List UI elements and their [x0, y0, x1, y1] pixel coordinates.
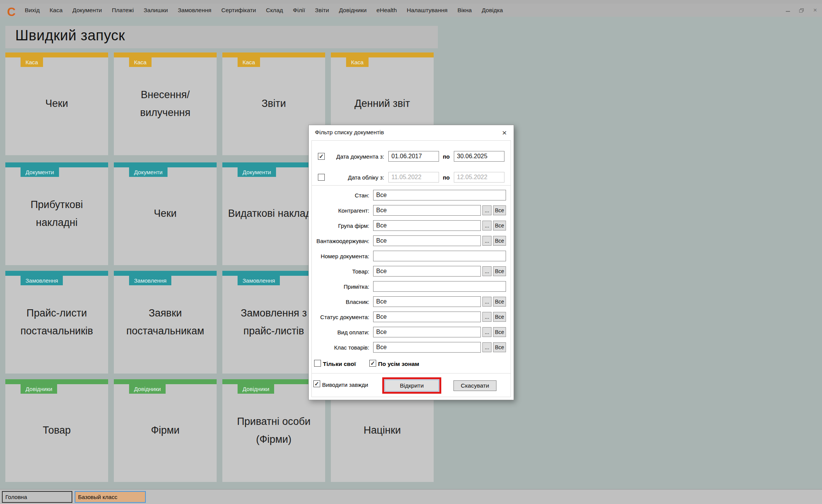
tile-title: Чеки: [114, 162, 217, 265]
section-divider: [311, 373, 511, 374]
tile-title: Заявки постачальникам: [114, 271, 217, 374]
lookup-all-button[interactable]: Все: [493, 312, 506, 322]
lookup-value-input[interactable]: Все: [373, 235, 481, 246]
check-mark-icon: ✓: [370, 360, 375, 366]
menu-item-15[interactable]: Довідка: [477, 7, 508, 14]
task-tab-bazovyi-klass[interactable]: Базовый класс: [75, 491, 146, 503]
date-row-label: Дата документа з:: [326, 153, 384, 160]
check-mark-icon: ✓: [319, 153, 324, 159]
filter-dialog: Фільтр списку документів × ✓Дата докумен…: [308, 125, 514, 400]
task-tab-holovna[interactable]: Головна: [2, 491, 72, 503]
lookup-value-input[interactable]: Все: [373, 205, 481, 216]
lookup-browse-button[interactable]: ...: [482, 266, 492, 276]
field-label: Власник:: [310, 299, 369, 305]
lookup-value-input[interactable]: Все: [373, 266, 481, 277]
quick-launch-panel: Швидкий запуск: [5, 26, 438, 48]
always-show-label: Виводити завжди: [322, 382, 368, 388]
window-titlebar: [0, 0, 822, 4]
menu-item-7[interactable]: Сертифікати: [216, 7, 261, 14]
menu-item-14[interactable]: Вікна: [452, 7, 477, 14]
option-checkbox-label: По усім зонам: [378, 361, 419, 367]
option-checkbox-label: Тільки свої: [323, 361, 356, 367]
menu-bar: C ВихідКасаДокументиПлатежіЗалишкиЗамовл…: [0, 4, 822, 17]
field-label: Товар:: [310, 268, 369, 275]
lookup-browse-button[interactable]: ...: [482, 205, 492, 215]
option-checkbox[interactable]: [314, 360, 321, 367]
menu-item-10[interactable]: Звіти: [310, 7, 334, 14]
field-label: Клас товарів:: [310, 344, 369, 351]
task-bar: Головна Базовый класс: [0, 489, 822, 504]
tile[interactable]: ДокументиПрибуткові накладні: [5, 162, 108, 265]
menu-bar-items: ВихідКасаДокументиПлатежіЗалишкиЗамовлен…: [20, 4, 508, 17]
field-label: Група фірм:: [310, 223, 369, 229]
date-to-combo: 12.05.2022: [454, 172, 504, 183]
app-logo-icon: C: [5, 6, 18, 18]
tile-title: Фірми: [114, 379, 217, 482]
lookup-all-button[interactable]: Все: [493, 221, 506, 231]
restore-icon[interactable]: [798, 7, 804, 13]
menu-item-4[interactable]: Платежі: [107, 7, 139, 14]
minimize-icon[interactable]: [785, 7, 791, 13]
option-checkbox[interactable]: ✓: [369, 360, 376, 367]
lookup-all-button[interactable]: Все: [493, 327, 506, 337]
menu-item-6[interactable]: Замовлення: [173, 7, 216, 14]
dialog-close-icon[interactable]: ×: [499, 127, 510, 138]
lookup-browse-button[interactable]: ...: [482, 221, 492, 231]
lookup-value-input[interactable]: Все: [373, 296, 481, 307]
menu-item-5[interactable]: Залишки: [139, 7, 173, 14]
lookup-value-input[interactable]: Все: [373, 327, 481, 337]
menu-item-13[interactable]: Налаштування: [402, 7, 452, 14]
lookup-all-button[interactable]: Все: [493, 236, 506, 246]
tile[interactable]: ЗамовленняЗаявки постачальникам: [114, 271, 217, 374]
field-label: Контрагент:: [310, 207, 369, 214]
lookup-value-input[interactable]: Все: [373, 312, 481, 322]
tile-title: Прайс-листи постачальників: [5, 271, 108, 374]
tile[interactable]: ДовідникиФірми: [114, 379, 217, 482]
open-button[interactable]: Відкрити: [385, 380, 439, 391]
date-row-checkbox[interactable]: [318, 174, 325, 181]
lookup-browse-button[interactable]: ...: [482, 342, 492, 352]
lookup-all-button[interactable]: Все: [493, 205, 506, 215]
field-label: Вантажоодержувач:: [310, 238, 369, 244]
date-from-combo[interactable]: 01.06.2017: [388, 151, 439, 162]
menu-item-2[interactable]: Каса: [45, 7, 67, 14]
field-label: Статус документа:: [310, 314, 369, 320]
field-text-input[interactable]: [373, 251, 506, 261]
lookup-value-input[interactable]: Все: [373, 220, 481, 231]
lookup-all-button[interactable]: Все: [493, 297, 506, 307]
lookup-all-button[interactable]: Все: [493, 266, 506, 276]
date-to-combo[interactable]: 30.06.2025: [454, 151, 504, 162]
date-range-to-label: по: [442, 174, 451, 181]
tile[interactable]: ЗамовленняПрайс-листи постачальників: [5, 271, 108, 374]
lookup-browse-button[interactable]: ...: [482, 297, 492, 307]
lookup-browse-button[interactable]: ...: [482, 327, 492, 337]
lookup-browse-button[interactable]: ...: [482, 312, 492, 322]
lookup-browse-button[interactable]: ...: [482, 236, 492, 246]
lookup-all-button[interactable]: Все: [493, 342, 506, 352]
section-divider: [311, 185, 511, 186]
tile[interactable]: КасаВнесення/вилучення: [114, 52, 217, 155]
menu-item-11[interactable]: Довідники: [334, 7, 372, 14]
field-label: Стан:: [310, 192, 369, 199]
menu-item-3[interactable]: Документи: [67, 7, 107, 14]
tile[interactable]: ДовідникиТовар: [5, 379, 108, 482]
close-icon[interactable]: ×: [812, 7, 818, 13]
field-label: Вид оплати:: [310, 329, 369, 335]
menu-item-9[interactable]: Філії: [288, 7, 310, 14]
tile[interactable]: КасаЧеки: [5, 52, 108, 155]
app-window: C ВихідКасаДокументиПлатежіЗалишкиЗамовл…: [0, 0, 822, 504]
field-text-input[interactable]: [373, 281, 506, 292]
lookup-value-input[interactable]: Все: [373, 342, 481, 353]
tile[interactable]: ДокументиЧеки: [114, 162, 217, 265]
cancel-button[interactable]: Скасувати: [453, 380, 496, 391]
date-row-label: Дата обліку з:: [326, 174, 384, 181]
menu-item-12[interactable]: eHealth: [372, 7, 402, 14]
tile-title: Чеки: [5, 52, 108, 155]
tile-title: Товар: [5, 379, 108, 482]
always-show-checkbox[interactable]: ✓: [313, 380, 320, 387]
menu-item-1[interactable]: Вихід: [20, 7, 45, 14]
menu-item-8[interactable]: Склад: [261, 7, 288, 14]
date-row-checkbox[interactable]: ✓: [318, 153, 325, 160]
quick-launch-title: Швидкий запуск: [15, 27, 125, 44]
state-select[interactable]: Все: [373, 190, 506, 200]
